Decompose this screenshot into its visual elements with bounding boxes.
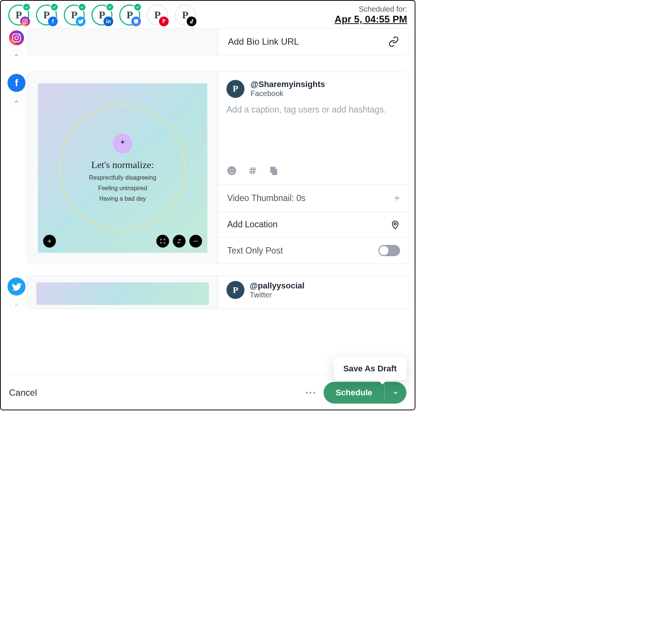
emoji-button[interactable]	[226, 165, 237, 177]
text-only-row: Text Only Post	[218, 237, 409, 264]
check-icon	[22, 3, 31, 11]
account-handle: @pallyysocial	[250, 281, 304, 291]
account-handle: @Sharemyinsights	[250, 80, 325, 89]
schedule-button[interactable]: Schedule	[324, 382, 384, 404]
caption-panel: P @pallyysocial Twitter	[218, 276, 409, 309]
media-panel: Let's normalize: Resprectfully disagreei…	[27, 72, 218, 264]
scheduled-label: Scheduled for:	[334, 5, 407, 14]
location-label: Add Location	[227, 219, 277, 230]
twitter-icon	[76, 17, 85, 26]
copy-button[interactable]	[268, 165, 279, 177]
svg-point-18	[306, 392, 308, 394]
svg-point-5	[15, 36, 18, 39]
tiktok-icon	[187, 17, 196, 26]
svg-point-2	[26, 20, 27, 21]
collapse-button[interactable]	[10, 49, 22, 61]
footer: Cancel Schedule Save As Draft	[1, 375, 415, 410]
account-instagram[interactable]: P	[8, 5, 29, 26]
media-preview[interactable]: Let's normalize: Resprectfully disagreei…	[38, 83, 207, 253]
media-panel-partial	[27, 29, 218, 55]
text-only-toggle[interactable]	[378, 245, 400, 256]
svg-point-9	[194, 240, 195, 241]
avatar: P	[226, 281, 244, 299]
check-icon	[133, 3, 142, 11]
svg-rect-3	[134, 21, 138, 23]
more-button[interactable]	[305, 389, 316, 396]
avatar: P	[226, 80, 244, 98]
svg-point-11	[197, 240, 198, 241]
video-thumbnail-label: Video Thumbnail: 0s	[227, 193, 306, 203]
check-icon	[50, 3, 58, 11]
fullscreen-button[interactable]	[156, 235, 169, 248]
main-scroll[interactable]: Add Bio Link URL f Let's normalize: Resp…	[1, 28, 415, 375]
svg-rect-16	[270, 167, 276, 173]
svg-point-6	[18, 35, 19, 36]
plus-icon: +	[394, 192, 400, 204]
svg-point-1	[24, 20, 26, 22]
add-location-row[interactable]: Add Location	[218, 212, 409, 237]
svg-point-13	[230, 169, 231, 170]
caption-panel: P @Sharemyinsights Facebook Add a captio…	[218, 72, 409, 264]
sparkle-icon	[113, 134, 132, 153]
instagram-card-partial: Add Bio Link URL	[27, 28, 409, 55]
save-as-draft-tooltip[interactable]: Save As Draft	[334, 357, 406, 380]
pinterest-icon: P	[159, 17, 169, 26]
account-facebook[interactable]: P f	[36, 5, 57, 26]
svg-point-10	[195, 240, 196, 241]
schedule-dropdown-button[interactable]	[384, 383, 406, 402]
add-media-button[interactable]	[43, 235, 56, 248]
media-line-1: Resprectfully disagreeing	[89, 174, 156, 181]
scheduled-info: Scheduled for: Apr 5, 04:55 PM	[334, 5, 407, 25]
media-panel	[27, 276, 218, 309]
caption-input[interactable]: Add a caption, tag users or add hashtags…	[218, 99, 409, 163]
account-selector: P P f P P in P P P	[8, 5, 196, 26]
add-bio-link-row[interactable]: Add Bio Link URL	[218, 29, 409, 55]
account-twitter[interactable]: P	[64, 5, 85, 26]
facebook-rail-icon: f	[7, 74, 25, 92]
swap-button[interactable]	[173, 235, 186, 248]
media-more-button[interactable]	[189, 235, 202, 248]
media-line-2: Feeling uninspired	[98, 185, 147, 192]
video-thumbnail-row[interactable]: Video Thumbnail: 0s +	[218, 184, 409, 212]
account-linkedin[interactable]: P in	[91, 5, 112, 26]
account-pinterest[interactable]: P P	[147, 5, 168, 26]
google-business-icon	[131, 17, 141, 26]
link-icon	[388, 36, 399, 47]
facebook-icon: f	[48, 17, 58, 26]
account-google-business[interactable]: P	[119, 5, 140, 26]
media-title: Let's normalize:	[91, 159, 154, 171]
check-icon	[78, 3, 86, 11]
media-preview-peek	[36, 282, 209, 305]
instagram-icon	[20, 17, 30, 26]
location-icon	[390, 220, 400, 230]
schedule-button-group: Schedule	[324, 382, 406, 404]
media-line-3: Having a bad day	[99, 195, 146, 202]
svg-point-14	[232, 169, 234, 170]
collapse-button[interactable]	[10, 96, 22, 108]
cancel-button[interactable]: Cancel	[9, 387, 37, 398]
svg-point-17	[394, 223, 396, 225]
facebook-card: Let's normalize: Resprectfully disagreei…	[27, 72, 409, 264]
account-tiktok[interactable]: P	[175, 5, 196, 26]
check-icon	[106, 3, 114, 11]
svg-point-20	[313, 392, 315, 394]
twitter-rail-icon	[7, 278, 25, 296]
text-only-label: Text Only Post	[227, 246, 283, 256]
media-graphic: Let's normalize: Resprectfully disagreei…	[60, 105, 185, 230]
scheduled-time[interactable]: Apr 5, 04:55 PM	[334, 14, 407, 25]
collapse-button[interactable]	[10, 299, 22, 311]
network-label: Facebook	[250, 89, 325, 98]
instagram-rail-icon	[9, 30, 24, 45]
svg-point-12	[227, 166, 236, 175]
twitter-card: P @pallyysocial Twitter	[27, 275, 409, 309]
hashtag-button[interactable]	[247, 165, 258, 177]
network-label: Twitter	[250, 291, 304, 299]
svg-point-19	[310, 392, 312, 394]
bio-link-label: Add Bio Link URL	[228, 36, 299, 47]
header: P P f P P in P P P	[1, 1, 415, 28]
linkedin-icon: in	[103, 17, 113, 26]
